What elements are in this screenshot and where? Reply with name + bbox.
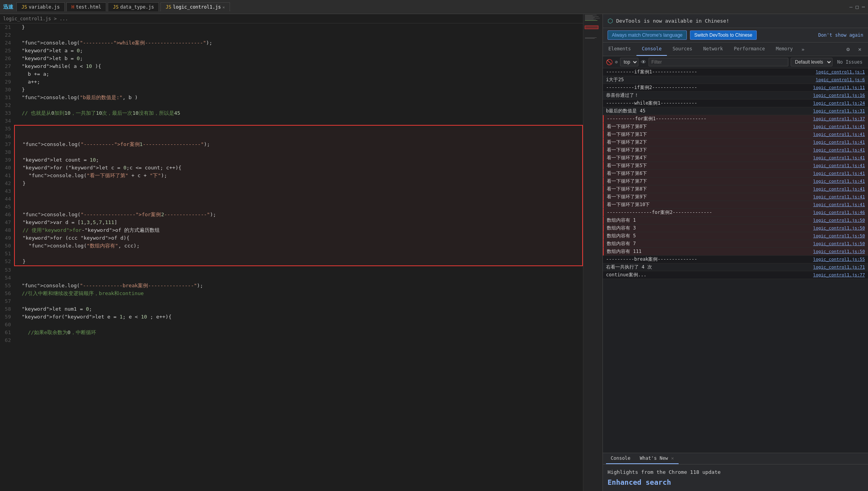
console-source[interactable]: logic_control1.js:50 xyxy=(813,218,865,223)
clear-console-icon[interactable]: 🚫 xyxy=(606,59,613,65)
console-row[interactable]: ----------break案例-------------- logic_co… xyxy=(603,256,868,263)
bottom-tab-console[interactable]: Console xyxy=(606,453,635,464)
console-source[interactable]: logic_control1.js:41 xyxy=(813,171,865,176)
log-levels-selector[interactable]: Default levels xyxy=(791,58,832,66)
console-row[interactable]: 数组内容有 3 logic_control1.js:50 xyxy=(603,224,868,232)
console-source[interactable]: logic_control1.js:50 xyxy=(813,249,865,254)
line-number: 37 xyxy=(0,141,14,148)
more-tabs-button[interactable]: » xyxy=(798,46,807,52)
minimize-icon[interactable]: — xyxy=(850,4,853,10)
console-row[interactable]: 看一下循环了第6下 logic_control1.js:41 xyxy=(603,170,868,178)
switch-to-chinese-button[interactable]: Switch DevTools to Chinese xyxy=(690,30,757,40)
console-row[interactable]: 数组内容有 111 logic_control1.js:50 xyxy=(603,248,868,256)
tab-test-html[interactable]: H test.html xyxy=(66,2,106,11)
console-row[interactable]: 数组内容有 7 logic_control1.js:50 xyxy=(603,240,868,248)
code-line-44: 44 xyxy=(0,195,583,203)
svg-rect-6 xyxy=(585,19,594,19)
tab-performance[interactable]: Performance xyxy=(729,43,770,56)
console-row[interactable]: i大于25 logic_control1.js:6 xyxy=(603,76,868,84)
bottom-tab-whats-new[interactable]: What's New ✕ xyxy=(635,453,679,464)
tab-variable-js[interactable]: JS variable.js xyxy=(16,2,65,11)
console-source[interactable]: logic_control1.js:50 xyxy=(813,233,865,238)
console-source[interactable]: logic_control1.js:6 xyxy=(816,77,865,82)
console-row[interactable]: 看一下循环了第5下 logic_control1.js:41 xyxy=(603,162,868,170)
context-selector[interactable]: top xyxy=(620,58,638,66)
console-source[interactable]: logic_control1.js:50 xyxy=(813,241,865,246)
console-text: i大于25 xyxy=(606,76,816,83)
js-icon2: JS xyxy=(113,4,118,10)
console-row[interactable]: 看一下循环了第8下 logic_control1.js:41 xyxy=(603,185,868,193)
console-source[interactable]: logic_control1.js:41 xyxy=(813,163,865,168)
more-icon[interactable]: ⋯ xyxy=(862,4,865,10)
console-source[interactable]: logic_control1.js:41 xyxy=(813,179,865,184)
console-row[interactable]: 看一下循环了第2下 logic_control1.js:41 xyxy=(603,139,868,146)
code-line-47: 47 "keyword">var d = [1,3,5,7,111] xyxy=(0,219,583,226)
maximize-icon[interactable]: □ xyxy=(856,4,859,10)
console-row[interactable]: 看一下循环了第10下 logic_control1.js:41 xyxy=(603,201,868,209)
line-content: //引入中断和继续改变逻辑顺序，break和continue xyxy=(14,290,583,297)
console-source[interactable]: logic_control1.js:41 xyxy=(813,140,865,145)
console-source[interactable]: logic_control1.js:77 xyxy=(813,272,865,278)
close-devtools-icon[interactable]: ✕ xyxy=(855,44,865,54)
code-editor[interactable]: 21 } 22 24 "func">console.log("---------… xyxy=(0,23,583,491)
console-source[interactable]: logic_control1.js:16 xyxy=(813,93,865,98)
tab-console[interactable]: Console xyxy=(636,43,667,56)
console-source[interactable]: logic_control1.js:24 xyxy=(813,101,865,106)
console-row[interactable]: 恭喜你通过了！ logic_control1.js:16 xyxy=(603,92,868,100)
tab-elements[interactable]: Elements xyxy=(603,43,636,56)
console-source[interactable]: logic_control1.js:41 xyxy=(813,132,865,137)
console-source[interactable]: logic_control1.js:41 xyxy=(813,202,865,207)
line-content: "keyword">let num1 = 0; xyxy=(14,305,583,313)
console-row[interactable]: ----------if案例2---------------- logic_co… xyxy=(603,84,868,92)
console-row[interactable]: continue案例... logic_control1.js:77 xyxy=(603,271,868,279)
console-source[interactable]: logic_control1.js:41 xyxy=(813,194,865,199)
console-row[interactable]: 看一下循环了第1下 logic_control1.js:41 xyxy=(603,131,868,139)
console-source[interactable]: logic_control1.js:41 xyxy=(813,155,865,160)
dont-show-again-link[interactable]: Don't show again xyxy=(818,32,863,38)
console-row[interactable]: 数组内容有 1 logic_control1.js:50 xyxy=(603,217,868,224)
code-line-62: 62 xyxy=(0,336,583,344)
console-row[interactable]: 看一下循环了第9下 logic_control1.js:41 xyxy=(603,193,868,201)
html-icon: H xyxy=(71,4,74,10)
console-row[interactable]: ----------while案例1------------- logic_co… xyxy=(603,100,868,107)
close-tab-icon[interactable]: ✕ xyxy=(223,5,225,9)
tab-network[interactable]: Network xyxy=(698,43,729,56)
prohibit-icon[interactable]: ⊘ xyxy=(615,59,618,65)
tab-memory[interactable]: Memory xyxy=(770,43,798,56)
console-row[interactable]: 看一下循环了第7下 logic_control1.js:41 xyxy=(603,178,868,185)
code-line-24: 24 "func">console.log("----------">while… xyxy=(0,39,583,47)
close-whats-new-icon[interactable]: ✕ xyxy=(671,455,674,461)
console-row[interactable]: b最后的数值是 45 logic_control1.js:31 xyxy=(603,107,868,115)
filter-input[interactable] xyxy=(649,58,788,66)
tab-logic-control-js[interactable]: JS logic_control1.js ✕ xyxy=(160,2,230,11)
match-language-button[interactable]: Always match Chrome's language xyxy=(608,30,687,40)
console-source[interactable]: logic_control1.js:41 xyxy=(813,148,865,153)
console-source[interactable]: logic_control1.js:31 xyxy=(813,109,865,114)
console-row[interactable]: 看一下循环了第3下 logic_control1.js:41 xyxy=(603,146,868,154)
console-source[interactable]: logic_control1.js:46 xyxy=(813,210,865,215)
console-source[interactable]: logic_control1.js:11 xyxy=(813,85,865,90)
console-source[interactable]: logic_control1.js:71 xyxy=(813,265,865,270)
console-row[interactable]: 看一下循环了第0下 logic_control1.js:41 xyxy=(603,123,868,131)
console-row[interactable]: 看一下循环了第4下 logic_control1.js:41 xyxy=(603,154,868,162)
console-row[interactable]: 右看一共执行了 4 次 logic_control1.js:71 xyxy=(603,263,868,271)
console-source[interactable]: logic_control1.js:55 xyxy=(813,257,865,262)
tab-sources[interactable]: Sources xyxy=(667,43,698,56)
console-source[interactable]: logic_control1.js:50 xyxy=(813,226,865,231)
console-row[interactable]: ----------------for案例2-------------- log… xyxy=(603,209,868,217)
tab-data-type-js[interactable]: JS data_type.js xyxy=(108,2,159,11)
line-number: 42 xyxy=(0,180,14,187)
console-text: 数组内容有 111 xyxy=(607,248,813,255)
console-source[interactable]: logic_control1.js:37 xyxy=(813,116,865,121)
console-source[interactable]: logic_control1.js:41 xyxy=(813,124,865,129)
console-row[interactable]: 数组内容有 5 logic_control1.js:50 xyxy=(603,232,868,240)
console-row[interactable]: ----------if案例1---------------- logic_co… xyxy=(603,68,868,76)
eye-icon[interactable]: 👁 xyxy=(641,59,646,65)
console-output[interactable]: ----------if案例1---------------- logic_co… xyxy=(603,68,868,453)
line-content: "keyword">for (ccc "keyword">of d){ xyxy=(14,234,583,242)
settings-icon[interactable]: ⚙ xyxy=(843,44,853,54)
line-content: "func">console.log("----------">while案例-… xyxy=(14,39,583,47)
console-source[interactable]: logic_control1.js:41 xyxy=(813,187,865,192)
console-source[interactable]: logic_control1.js:1 xyxy=(816,69,865,75)
console-row[interactable]: ----------for案例1------------------ logic… xyxy=(603,115,868,123)
